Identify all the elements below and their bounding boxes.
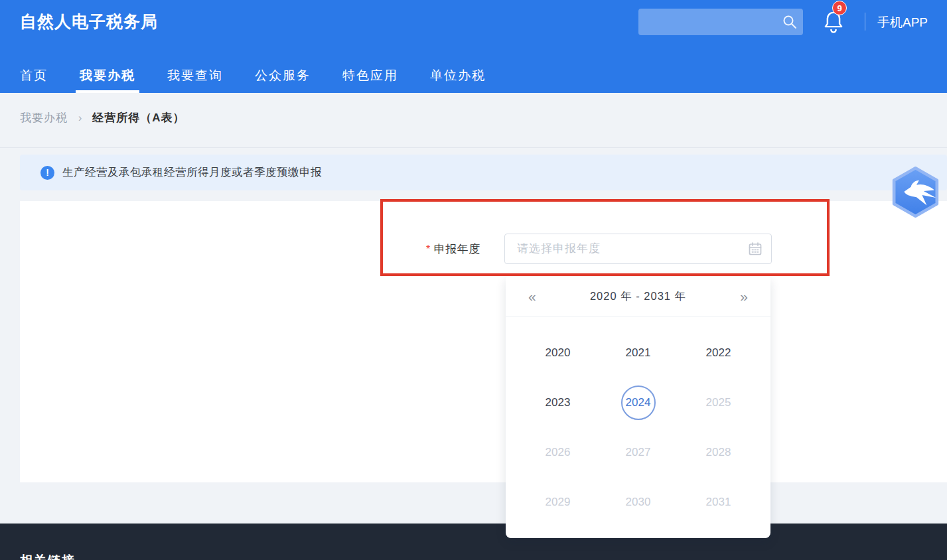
nav-tab-label: 公众服务	[255, 67, 311, 84]
nav-tab-file-tax[interactable]: 我要办税	[80, 58, 135, 93]
breadcrumb-current: 经营所得（A表）	[92, 110, 184, 125]
prev-decade-icon[interactable]: «	[528, 289, 536, 305]
top-header-bar: 自然人电子税务局 9 手机APP 首页 我要办税 我要查询 公众服务 特色应用 …	[0, 0, 947, 93]
year-option-2027[interactable]: 2027	[598, 427, 678, 477]
info-banner-text: 生产经营及承包承租经营所得月度或者季度预缴申报	[62, 165, 322, 180]
year-option-2028[interactable]: 2028	[678, 427, 759, 477]
nav-tab-label: 我要办税	[80, 67, 135, 84]
nav-tab-label: 我要查询	[167, 67, 223, 84]
declare-year-label: * 申报年度	[426, 242, 480, 257]
year-label: 2020	[541, 336, 575, 370]
year-label: 2022	[701, 336, 736, 370]
breadcrumb: 我要办税 › 经营所得（A表）	[20, 110, 185, 125]
footer-partial-heading: 相关链接	[20, 554, 76, 560]
nav-tab-unit-tax[interactable]: 单位办税	[430, 58, 486, 93]
year-option-2026[interactable]: 2026	[518, 427, 598, 477]
notification-count-badge: 9	[832, 1, 847, 15]
year-option-2024[interactable]: 2024	[598, 378, 678, 427]
year-label: 2028	[701, 435, 736, 470]
mobile-app-link[interactable]: 手机APP	[877, 14, 928, 31]
header-divider	[865, 13, 865, 31]
year-option-2025[interactable]: 2025	[678, 378, 759, 427]
search-input[interactable]	[638, 9, 803, 35]
year-label: 2025	[701, 385, 736, 420]
info-banner: ! 生产经营及承包承租经营所得月度或者季度预缴申报	[20, 155, 947, 190]
year-option-2031[interactable]: 2031	[678, 477, 759, 527]
year-label: 2029	[541, 485, 575, 520]
year-option-2029[interactable]: 2029	[518, 477, 598, 527]
nav-tab-home[interactable]: 首页	[20, 58, 48, 93]
breadcrumb-divider	[0, 147, 947, 148]
required-asterisk: *	[426, 244, 431, 255]
content-panel	[20, 201, 947, 482]
breadcrumb-parent[interactable]: 我要办税	[20, 110, 68, 125]
year-picker-dropdown: « 2020 年 - 2031 年 » 2020 2021 2022 2023 …	[506, 277, 770, 538]
year-label: 2026	[541, 435, 575, 470]
nav-tab-inquiry[interactable]: 我要查询	[167, 58, 223, 93]
year-label: 2024	[621, 385, 656, 420]
info-icon: !	[40, 166, 54, 180]
declare-year-label-text: 申报年度	[434, 242, 480, 257]
nav-tab-label: 特色应用	[342, 67, 398, 84]
year-label: 2031	[701, 485, 736, 520]
site-title: 自然人电子税务局	[20, 11, 158, 33]
nav-tab-public-service[interactable]: 公众服务	[255, 58, 311, 93]
main-nav: 首页 我要办税 我要查询 公众服务 特色应用 单位办税	[20, 58, 518, 93]
year-option-2020[interactable]: 2020	[518, 328, 598, 378]
year-label: 2027	[621, 435, 656, 470]
year-option-2021[interactable]: 2021	[598, 328, 678, 378]
year-label: 2021	[621, 336, 656, 370]
year-label: 2030	[621, 485, 656, 520]
year-grid: 2020 2021 2022 2023 2024 2025 2026 2027 …	[506, 316, 770, 527]
declare-year-input[interactable]	[504, 234, 772, 264]
year-range-label: 2020 年 - 2031 年	[590, 289, 686, 304]
page: 自然人电子税务局 9 手机APP 首页 我要办税 我要查询 公众服务 特色应用 …	[0, 0, 947, 560]
breadcrumb-separator-icon: ›	[78, 112, 82, 124]
calendar-icon[interactable]	[747, 241, 763, 257]
year-option-2022[interactable]: 2022	[678, 328, 759, 378]
year-picker-header: « 2020 年 - 2031 年 »	[506, 277, 770, 316]
search-icon[interactable]	[782, 14, 798, 30]
nav-tab-label: 首页	[20, 67, 48, 84]
page-footer: 相关链接	[0, 524, 947, 560]
year-option-2030[interactable]: 2030	[598, 477, 678, 527]
nav-tab-featured-apps[interactable]: 特色应用	[342, 58, 398, 93]
year-label: 2023	[541, 385, 575, 420]
next-decade-icon[interactable]: »	[740, 289, 748, 305]
bird-hexagon-widget-icon[interactable]	[890, 165, 941, 220]
nav-tab-label: 单位办税	[430, 67, 486, 84]
year-option-2023[interactable]: 2023	[518, 378, 598, 427]
